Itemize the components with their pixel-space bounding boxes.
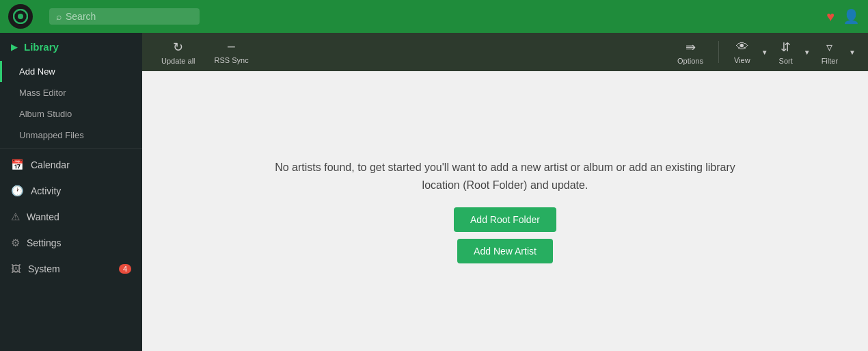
rss-icon: ⎼: [228, 40, 235, 54]
sidebar-item-activity[interactable]: 🕐 Activity: [0, 178, 142, 204]
play-icon: ▶: [11, 42, 17, 52]
empty-state: No artists found, to get started you'll …: [142, 71, 868, 351]
add-root-folder-button[interactable]: Add Root Folder: [454, 207, 556, 232]
system-badge: 4: [119, 264, 131, 274]
view-arrow-button[interactable]: ▼: [760, 47, 770, 57]
sidebar-item-calendar[interactable]: 📅 Calendar: [0, 152, 142, 178]
sidebar-activity-label: Activity: [31, 185, 61, 196]
search-container: ⌕: [49, 8, 200, 25]
search-input[interactable]: [66, 11, 175, 22]
view-button[interactable]: 👁 View: [726, 36, 759, 68]
eye-icon: 👁: [736, 40, 748, 54]
filter-arrow-button[interactable]: ▼: [847, 47, 857, 57]
sort-arrow-button[interactable]: ▼: [802, 47, 812, 57]
sidebar-item-album-studio[interactable]: Album Studio: [0, 103, 142, 125]
sidebar-item-library[interactable]: ▶ Library: [0, 33, 142, 61]
toolbar: ↻ Update all ⎼ RSS Sync ⇛ Options 👁 View…: [142, 33, 868, 71]
content-area: ↻ Update all ⎼ RSS Sync ⇛ Options 👁 View…: [142, 33, 868, 351]
user-icon[interactable]: 👤: [843, 8, 860, 25]
warning-icon: ⚠: [11, 211, 20, 223]
sidebar-item-add-new[interactable]: Add New: [0, 61, 142, 82]
main-layout: ▶ Library Add New Mass Editor Album Stud…: [0, 33, 868, 351]
heart-icon[interactable]: ♥: [826, 9, 835, 25]
empty-state-message: No artists found, to get started you'll …: [273, 159, 737, 194]
sidebar-library-label: Library: [24, 41, 59, 53]
grid-icon: ⇛: [686, 40, 696, 55]
top-nav: ⌕ ♥ 👤: [0, 0, 868, 33]
gear-icon: ⚙: [11, 237, 20, 249]
sidebar-settings-label: Settings: [27, 237, 62, 248]
filter-button[interactable]: ▿ Filter: [813, 36, 846, 69]
monitor-icon: 🖼: [11, 263, 21, 274]
search-icon: ⌕: [56, 11, 62, 22]
sort-icon: ⇵: [781, 40, 791, 55]
options-button[interactable]: ⇛ Options: [669, 36, 711, 69]
filter-icon: ▿: [826, 40, 832, 55]
nav-icons: ♥ 👤: [826, 8, 860, 25]
calendar-icon: 📅: [11, 159, 24, 171]
svg-point-1: [18, 14, 23, 19]
sidebar-system-label: System: [28, 263, 60, 274]
clock-icon: 🕐: [11, 185, 24, 197]
sort-button[interactable]: ⇵ Sort: [771, 36, 801, 69]
action-buttons: Add Root Folder Add New Artist: [454, 207, 556, 263]
toolbar-divider: [718, 41, 719, 63]
sidebar-item-unmapped-files[interactable]: Unmapped Files: [0, 125, 142, 146]
sidebar: ▶ Library Add New Mass Editor Album Stud…: [0, 33, 142, 351]
sidebar-item-system[interactable]: 🖼 System 4: [0, 256, 142, 281]
sidebar-wanted-label: Wanted: [27, 211, 59, 222]
sidebar-calendar-label: Calendar: [31, 159, 70, 170]
app-logo[interactable]: [8, 4, 33, 29]
rss-sync-button[interactable]: ⎼ RSS Sync: [206, 36, 257, 68]
update-all-button[interactable]: ↻ Update all: [153, 36, 204, 69]
add-new-artist-button[interactable]: Add New Artist: [457, 239, 553, 263]
toolbar-right: ⇛ Options 👁 View ▼ ⇵ Sort ▼ ▿ Filter: [669, 36, 857, 69]
sidebar-item-wanted[interactable]: ⚠ Wanted: [0, 204, 142, 230]
sidebar-item-mass-editor[interactable]: Mass Editor: [0, 82, 142, 103]
refresh-icon: ↻: [173, 40, 183, 55]
sidebar-item-settings[interactable]: ⚙ Settings: [0, 230, 142, 256]
